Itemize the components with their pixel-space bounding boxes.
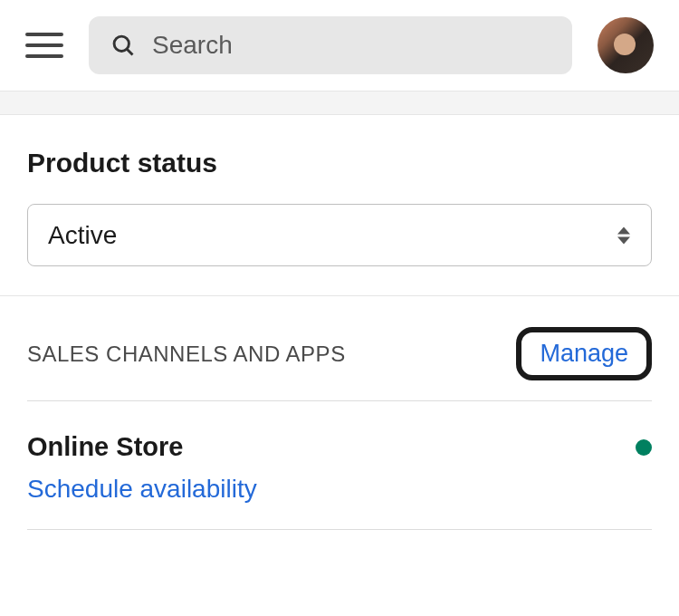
search-icon <box>110 33 136 58</box>
schedule-availability-link[interactable]: Schedule availability <box>27 475 257 504</box>
channel-row: Online Store <box>27 432 652 462</box>
svg-point-0 <box>114 36 129 51</box>
content: Product status Active SALES CHANNELS AND… <box>0 115 679 530</box>
manage-link[interactable]: Manage <box>516 327 652 380</box>
app-container: Product status Active SALES CHANNELS AND… <box>0 0 679 616</box>
sales-section: SALES CHANNELS AND APPS Manage Online St… <box>27 296 652 530</box>
svg-line-1 <box>127 49 132 54</box>
menu-icon[interactable] <box>25 33 63 58</box>
bottom-divider <box>27 529 652 530</box>
header <box>0 0 679 91</box>
header-spacer <box>0 91 679 115</box>
product-status-title: Product status <box>27 148 652 178</box>
status-select[interactable]: Active <box>27 204 652 266</box>
status-select-wrap: Active <box>27 204 652 266</box>
avatar[interactable] <box>598 17 654 73</box>
search-bar[interactable] <box>89 16 572 74</box>
search-input[interactable] <box>152 31 550 60</box>
channel-name: Online Store <box>27 432 183 462</box>
status-dot-icon <box>636 439 652 456</box>
thin-divider <box>27 400 652 401</box>
sales-channels-title: SALES CHANNELS AND APPS <box>27 342 346 367</box>
sales-header: SALES CHANNELS AND APPS Manage <box>27 327 652 380</box>
